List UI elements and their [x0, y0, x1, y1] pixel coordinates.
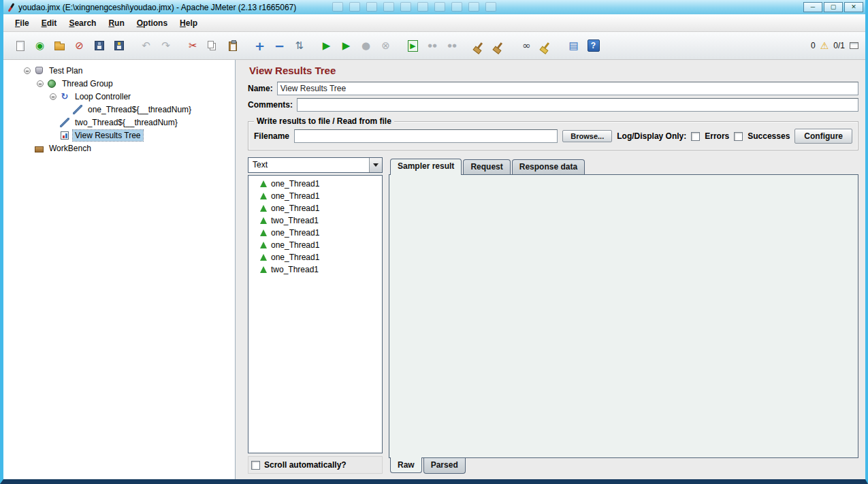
tree-item-loop-controller[interactable]: Loop Controller	[21, 90, 235, 103]
tree-item-label: View Results Tree	[73, 130, 143, 141]
close-button[interactable]: ✕	[844, 2, 863, 12]
menu-file[interactable]: File	[9, 16, 35, 31]
result-item[interactable]: one_Thread1	[248, 190, 382, 202]
result-item[interactable]: one_Thread1	[248, 227, 382, 239]
toggle-element-icon: ⇅	[295, 41, 304, 51]
close-file-button[interactable]: ⊘	[70, 37, 89, 55]
undo-icon: ↶	[142, 41, 150, 51]
successes-label: Successes	[748, 131, 790, 141]
display-mode-select[interactable]: Text	[248, 157, 383, 173]
tree-item-thread-group[interactable]: Thread Group	[21, 77, 235, 90]
tab-raw[interactable]: Raw	[390, 457, 422, 473]
help-button[interactable]: ?	[584, 37, 602, 55]
remote-shutdown-all-button[interactable]: ●●	[443, 37, 462, 55]
clear-all-button[interactable]	[490, 37, 509, 55]
expand-handle-icon[interactable]	[37, 80, 44, 87]
result-item[interactable]: two_Thread1	[248, 263, 382, 276]
result-item[interactable]: one_Thread1	[248, 251, 382, 263]
result-label: one_Thread1	[271, 191, 319, 201]
save-as-button[interactable]	[110, 37, 128, 55]
shutdown-button[interactable]: ⊗	[376, 37, 395, 55]
browse-button[interactable]: Browse...	[562, 130, 612, 142]
paste-button[interactable]	[223, 37, 242, 55]
add-element-button[interactable]: +	[251, 37, 269, 55]
stop-icon: ●	[361, 41, 370, 51]
remote-start-all-button[interactable]: ▶	[404, 37, 422, 55]
start-button[interactable]: ▶	[317, 37, 336, 55]
name-label: Name:	[248, 84, 273, 93]
menu-help[interactable]: Help	[174, 16, 204, 31]
scroll-automatically-label: Scroll automatically?	[264, 460, 347, 470]
start-no-timers-button[interactable]: ▶	[337, 37, 355, 55]
copy-button[interactable]	[204, 37, 222, 55]
ime-toolbar[interactable]	[332, 2, 496, 12]
undo-button[interactable]: ↶	[137, 37, 155, 55]
warning-icon[interactable]: ⚠	[820, 40, 829, 51]
toggle-element-button[interactable]: ⇅	[290, 37, 308, 55]
tree-item-workbench[interactable]: WorkBench	[21, 142, 235, 155]
remote-shutdown-all-icon: ●●	[447, 41, 457, 51]
sampler-result-content	[389, 174, 858, 458]
tree-item-test-plan[interactable]: Test Plan	[21, 64, 235, 77]
menu-run[interactable]: Run	[102, 16, 130, 31]
result-label: one_Thread1	[271, 240, 319, 250]
tab-parsed[interactable]: Parsed	[423, 458, 466, 474]
active-threads-count: 0/1	[833, 41, 845, 50]
maximize-button[interactable]: ▢	[824, 2, 843, 12]
search-reset-button[interactable]	[537, 37, 556, 55]
function-helper-button[interactable]: ▤	[564, 37, 583, 55]
tree-item-two-thread[interactable]: two_Thread${__threadNum}	[21, 116, 235, 129]
tab-sampler-result[interactable]: Sampler result	[390, 159, 462, 175]
success-triangle-icon	[260, 193, 267, 199]
comments-input[interactable]	[297, 98, 858, 112]
jmeter-logo-icon	[6, 3, 16, 12]
result-item[interactable]: one_Thread1	[248, 202, 382, 214]
errors-checkbox[interactable]	[691, 132, 700, 141]
templates-button[interactable]: ◉	[31, 37, 49, 55]
name-row: Name:	[248, 82, 858, 95]
tab-request[interactable]: Request	[463, 159, 510, 174]
save-button[interactable]	[90, 37, 108, 55]
successes-checkbox[interactable]	[734, 132, 743, 141]
tree-item-one-thread[interactable]: one_Thread${__threadNum}	[21, 103, 235, 116]
result-item[interactable]: one_Thread1	[248, 239, 382, 251]
configure-button[interactable]: Configure	[794, 129, 852, 144]
remove-element-button[interactable]: −	[270, 37, 289, 55]
search-button[interactable]: ∞	[517, 37, 536, 55]
remote-stop-all-button[interactable]: ●●	[423, 37, 442, 55]
expand-handle-icon[interactable]	[24, 67, 31, 74]
comments-label: Comments:	[248, 100, 293, 110]
group-title: Write results to file / Read from file	[254, 116, 394, 126]
save-icon	[95, 41, 104, 50]
search-icon: ∞	[522, 41, 531, 51]
combo-dropdown-button[interactable]	[369, 158, 382, 172]
page-title: View Results Tree	[249, 65, 858, 76]
thread-group-icon	[46, 78, 57, 88]
new-file-button[interactable]	[11, 37, 29, 55]
search-reset-icon	[543, 42, 549, 50]
menu-search[interactable]: Search	[63, 16, 102, 31]
listener-icon	[59, 130, 70, 140]
clear-icon	[477, 42, 483, 50]
menu-edit[interactable]: Edit	[35, 16, 63, 31]
tab-response-data[interactable]: Response data	[512, 159, 585, 174]
menu-options[interactable]: Options	[131, 16, 174, 31]
toolbar-toggle-icon[interactable]	[850, 42, 858, 49]
name-input[interactable]	[277, 82, 858, 95]
result-item[interactable]: one_Thread1	[248, 178, 382, 190]
clear-button[interactable]	[470, 37, 489, 55]
scroll-automatically-checkbox[interactable]	[251, 461, 260, 470]
result-item[interactable]: two_Thread1	[248, 214, 382, 227]
log-error-count[interactable]: 0	[811, 41, 816, 50]
expand-handle-icon[interactable]	[50, 93, 57, 100]
redo-icon: ↷	[161, 41, 170, 51]
add-element-icon: +	[255, 41, 265, 51]
minimize-button[interactable]: ─	[803, 2, 822, 12]
cut-button[interactable]: ✂	[184, 37, 202, 55]
redo-button[interactable]: ↷	[157, 37, 175, 55]
tree-item-view-results-tree[interactable]: View Results Tree	[21, 129, 235, 142]
split-divider[interactable]	[236, 60, 242, 479]
open-file-button[interactable]	[50, 37, 69, 55]
filename-input[interactable]	[294, 129, 558, 143]
stop-button[interactable]: ●	[357, 37, 375, 55]
